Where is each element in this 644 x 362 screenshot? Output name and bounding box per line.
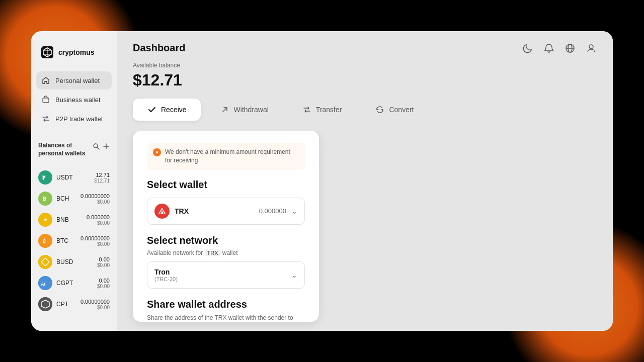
wallet-amounts-bnb: 0.000000 $0.00 [87, 214, 110, 226]
svg-point-6 [94, 144, 98, 148]
info-banner: We don't have a minimum amount requireme… [147, 143, 305, 170]
add-wallet-button[interactable] [103, 143, 110, 150]
sidebar-item-personal-wallet[interactable]: Personal wallet [36, 71, 112, 89]
wallet-name-bch: BCH [56, 195, 80, 202]
wallet-name-btc: BTC [56, 237, 80, 244]
svg-text:AI: AI [41, 282, 45, 287]
wallet-list: ₮ USDT 12.71 $12.71 B BCH [31, 162, 117, 317]
receive-card: We don't have a minimum amount requireme… [133, 131, 319, 322]
wallet-item-btc[interactable]: ₿ BTC 0.00000000 $0.00 [35, 231, 113, 251]
chevron-down-icon: ⌄ [291, 207, 297, 215]
network-available-text: Available network for TRX wallet [147, 249, 305, 256]
select-network-title: Select network [147, 235, 305, 246]
share-wallet-title: Share wallet address [147, 299, 305, 310]
network-selector-info: Tron (TRC-20) [154, 268, 178, 282]
globe-icon[interactable] [565, 43, 576, 54]
wallet-item-cgpt[interactable]: AI CGPT 0.00 $0.00 [35, 273, 113, 293]
wallet-selector-balance: 0.000000 [259, 207, 286, 215]
network-selector[interactable]: Tron (TRC-20) ⌄ [147, 261, 305, 289]
wallet-item-usdt[interactable]: ₮ USDT 12.71 $12.71 [35, 167, 113, 188]
moon-icon[interactable] [522, 43, 533, 54]
refresh-icon [375, 105, 385, 115]
info-message: We don't have a minimum amount requireme… [165, 148, 299, 165]
tab-withdrawal[interactable]: Withdrawal [206, 99, 283, 121]
wallet-amounts-cpt: 0.00000000 $0.00 [80, 299, 110, 310]
wallet-name-cgpt: CGPT [56, 280, 97, 287]
wallet-amounts-btc: 0.00000000 $0.00 [80, 235, 110, 247]
cpt-icon [38, 297, 52, 311]
nav-items: Personal wallet Business wallet [31, 71, 117, 128]
sidebar-item-personal-wallet-label: Personal wallet [55, 77, 100, 84]
svg-point-29 [589, 45, 593, 49]
balance-label: Available balance [133, 62, 597, 69]
wallet-amounts-usdt: 12.71 $12.71 [94, 172, 110, 184]
select-wallet-title: Select wallet [147, 179, 305, 191]
search-balances-button[interactable] [93, 143, 100, 150]
wallet-amounts-cgpt: 0.00 $0.00 [97, 278, 110, 289]
sidebar-item-p2p-wallet[interactable]: P2P trade wallet [36, 110, 112, 128]
wallet-selector-right: 0.000000 ⌄ [259, 207, 297, 215]
briefcase-icon [41, 95, 50, 104]
svg-rect-24 [38, 297, 52, 311]
wallet-item-busd[interactable]: BUSD 0.00 $0.00 [35, 252, 113, 272]
wallet-item-bnb[interactable]: BNB 0.000000 $0.00 [35, 210, 113, 230]
svg-rect-5 [43, 98, 49, 103]
svg-text:B: B [43, 196, 46, 202]
user-icon[interactable] [586, 43, 597, 54]
wallet-name-cpt: CPT [56, 301, 80, 308]
balances-title: Balances of personal wallets [38, 142, 93, 157]
panel-area: We don't have a minimum amount requireme… [117, 131, 613, 331]
wallet-amounts-bch: 0.00000000 $0.00 [80, 193, 110, 205]
network-selector-name: Tron [154, 268, 178, 276]
tab-transfer-label: Transfer [316, 106, 342, 114]
svg-rect-17 [38, 255, 52, 269]
sidebar: cryptomus Personal wallet [31, 31, 117, 331]
svg-line-7 [98, 148, 100, 150]
network-selector-sub: (TRC-20) [154, 276, 178, 282]
balances-actions [93, 143, 110, 150]
logo-icon [40, 45, 54, 59]
sidebar-item-business-wallet[interactable]: Business wallet [36, 90, 112, 109]
svg-text:₿: ₿ [43, 238, 46, 244]
network-token-badge: TRX [205, 249, 221, 256]
logo-text: cryptomus [58, 48, 95, 56]
page-title: Dashboard [133, 42, 185, 54]
wallet-selector[interactable]: TRX 0.000000 ⌄ [147, 198, 305, 225]
wallet-item-bch[interactable]: B BCH 0.00000000 $0.00 [35, 189, 113, 209]
wallet-name-usdt: USDT [56, 174, 94, 181]
cgpt-icon: AI [38, 276, 52, 290]
tab-receive[interactable]: Receive [133, 99, 201, 121]
transfer-icon [302, 105, 312, 115]
action-tabs: Receive Withdrawal Trans [117, 99, 613, 131]
bnb-icon [38, 213, 52, 227]
tab-transfer[interactable]: Transfer [288, 99, 356, 121]
tab-convert-label: Convert [389, 106, 414, 114]
tab-receive-label: Receive [161, 106, 187, 114]
bell-icon[interactable] [543, 43, 554, 54]
main-content: Dashboard [117, 31, 613, 331]
tab-withdrawal-label: Withdrawal [234, 106, 269, 114]
wallet-selector-name: TRX [175, 207, 189, 215]
arrow-upright-icon [220, 105, 230, 115]
check-icon [147, 105, 157, 115]
wallet-selector-left: TRX [154, 204, 189, 219]
topbar: Dashboard [117, 31, 613, 62]
svg-text:₮: ₮ [42, 175, 46, 181]
busd-icon [38, 255, 52, 269]
home-icon [41, 76, 50, 85]
tab-convert[interactable]: Convert [361, 99, 428, 121]
bch-icon: B [38, 192, 52, 206]
wallet-item-cpt[interactable]: CPT 0.00000000 $0.00 [35, 294, 113, 314]
network-chevron-icon: ⌄ [291, 271, 297, 279]
usdt-icon: ₮ [38, 170, 52, 185]
wallet-name-busd: BUSD [56, 258, 97, 265]
sidebar-item-p2p-wallet-label: P2P trade wallet [55, 115, 103, 123]
info-icon [153, 148, 161, 156]
svg-line-30 [223, 108, 227, 112]
wallet-amounts-busd: 0.00 $0.00 [97, 256, 110, 268]
logo-area: cryptomus [31, 45, 117, 71]
share-wallet-desc: Share the address of the TRX wallet with… [147, 313, 305, 322]
balances-section: Balances of personal wallets [31, 133, 117, 162]
balance-amount: $12.71 [133, 71, 597, 89]
swap-icon [41, 114, 50, 123]
